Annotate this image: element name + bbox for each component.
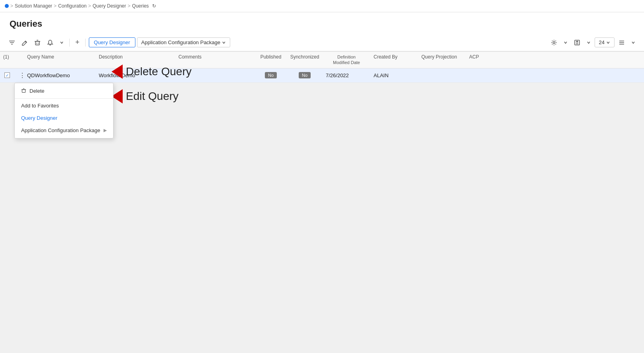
breadcrumb-queries[interactable]: Queries xyxy=(132,3,149,9)
add-button[interactable]: + xyxy=(73,36,82,49)
svg-point-8 xyxy=(553,41,555,43)
delete-button[interactable] xyxy=(32,37,43,48)
row-description: Workflow Demo xyxy=(96,71,175,80)
col-header-query-name: Query Name xyxy=(24,54,96,66)
settings-button[interactable] xyxy=(548,37,560,48)
row-query-projection xyxy=(418,74,466,77)
toolbar-divider-2 xyxy=(85,39,86,47)
acp-button[interactable]: Application Configuration Package xyxy=(137,37,231,47)
col-header-query-projection: Query Projection xyxy=(418,54,466,66)
table-area: (1) Query Name Description Comments Publ… xyxy=(0,51,644,83)
context-menu-query-designer[interactable]: Query Designer xyxy=(15,112,113,124)
context-menu-add-favorites-label: Add to Favorites xyxy=(21,103,59,109)
breadcrumb-query-designer[interactable]: Query Designer xyxy=(93,3,126,9)
col-header-published: Published xyxy=(255,54,287,66)
main-content: (1) Query Name Description Comments Publ… xyxy=(0,51,644,83)
row-comments xyxy=(175,74,255,77)
col-header-synchronized: Synchronized xyxy=(287,54,323,66)
synchronized-badge: No xyxy=(299,72,311,78)
breadcrumb: > Solution Manager > Configuration > Que… xyxy=(0,0,644,12)
view-button[interactable] xyxy=(616,37,627,48)
column-headers: (1) Query Name Description Comments Publ… xyxy=(0,51,644,68)
row-actions-cell[interactable]: ⋮ xyxy=(14,69,24,82)
toolbar-right: 24 xyxy=(548,37,638,48)
row-synchronized: No xyxy=(287,70,323,80)
toolbar: + Query Designer Application Configurati… xyxy=(0,34,644,51)
row-checkbox-cell[interactable]: ✓ xyxy=(0,71,14,80)
col-header-actions xyxy=(14,54,24,66)
chevron-down-icon-3 xyxy=(587,41,591,45)
trash-icon xyxy=(34,39,41,46)
svg-rect-14 xyxy=(22,90,25,92)
query-designer-button[interactable]: Query Designer xyxy=(89,37,135,47)
context-menu: Delete Add to Favorites Query Designer A… xyxy=(14,83,114,138)
bell-icon xyxy=(47,39,53,46)
plus-icon: + xyxy=(75,38,80,47)
row-acp xyxy=(466,74,506,77)
col-header-acp: ACP xyxy=(466,54,506,66)
context-menu-divider-1 xyxy=(15,98,113,99)
export-dropdown[interactable] xyxy=(584,39,593,47)
chevron-down-icon-5 xyxy=(631,41,635,45)
context-menu-acp[interactable]: Application Configuration Package ▶ xyxy=(15,124,113,137)
chevron-down-icon xyxy=(60,41,64,45)
record-count: (1) xyxy=(3,54,9,60)
context-menu-delete-label: Delete xyxy=(29,88,45,94)
notification-button[interactable] xyxy=(45,37,56,48)
settings-dropdown[interactable] xyxy=(561,39,570,47)
breadcrumb-configuration[interactable]: Configuration xyxy=(58,3,86,9)
toolbar-divider-1 xyxy=(69,39,70,47)
table-wrapper: ✓ ⋮ QDWorkflowDemo Workflow Demo No No 7… xyxy=(0,68,644,83)
filter-icon xyxy=(9,39,15,46)
count-button[interactable]: 24 xyxy=(595,37,615,47)
context-menu-acp-label: Application Configuration Package xyxy=(21,127,100,133)
filter-button[interactable] xyxy=(6,37,18,48)
row-modified-date: 7/26/2022 xyxy=(323,71,370,80)
col-header-count: (1) xyxy=(0,54,14,66)
annotation-edit-query: Edit Query xyxy=(112,89,178,103)
col-header-description: Description xyxy=(96,54,175,66)
table-row[interactable]: ✓ ⋮ QDWorkflowDemo Workflow Demo No No 7… xyxy=(0,68,644,83)
row-published: No xyxy=(255,70,287,80)
chevron-down-icon-4 xyxy=(606,41,610,45)
breadcrumb-solution-manager[interactable]: Solution Manager xyxy=(15,3,52,9)
edit-query-text: Edit Query xyxy=(126,90,178,103)
chevron-down-icon-2 xyxy=(564,41,568,45)
col-header-definition-modified: Definition Modified Date xyxy=(323,54,370,66)
row-query-name: QDWorkflowDemo xyxy=(24,71,96,80)
context-menu-delete[interactable]: Delete xyxy=(15,85,113,98)
export-icon xyxy=(574,39,580,46)
context-menu-arrow-icon: ▶ xyxy=(104,128,107,133)
row-created-by: ALAIN xyxy=(370,71,418,80)
published-badge: No xyxy=(265,72,277,78)
context-menu-query-designer-label: Query Designer xyxy=(21,115,57,121)
notification-dropdown[interactable] xyxy=(57,39,66,47)
page-title: Queries xyxy=(0,12,644,34)
acp-button-label: Application Configuration Package xyxy=(141,39,221,45)
list-icon xyxy=(619,39,625,46)
col-header-comments: Comments xyxy=(175,54,255,66)
refresh-icon[interactable]: ↻ xyxy=(152,3,156,9)
edit-button[interactable] xyxy=(19,37,30,48)
chevron-down-small-icon xyxy=(222,41,226,45)
trash-icon-menu xyxy=(21,88,26,94)
export-button[interactable] xyxy=(572,37,583,48)
row-checkbox[interactable]: ✓ xyxy=(4,72,10,78)
edit-icon xyxy=(22,39,28,46)
context-menu-add-favorites[interactable]: Add to Favorites xyxy=(15,99,113,112)
breadcrumb-dot xyxy=(5,4,9,8)
count-label: 24 xyxy=(599,39,605,45)
svg-rect-3 xyxy=(35,41,39,45)
gear-icon xyxy=(551,39,557,46)
col-header-created-by: Created By xyxy=(370,54,418,66)
view-dropdown[interactable] xyxy=(629,39,638,47)
